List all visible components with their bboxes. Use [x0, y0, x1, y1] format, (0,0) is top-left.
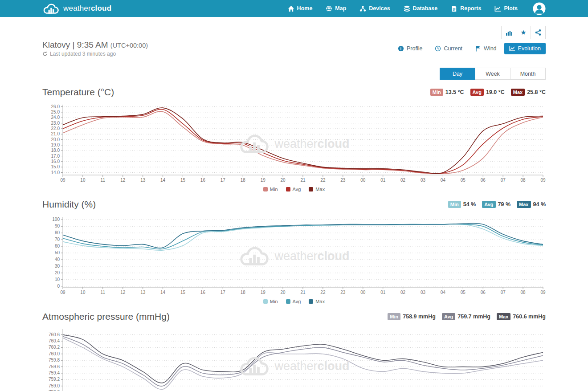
svg-text:02: 02: [400, 178, 406, 183]
svg-text:06: 06: [481, 290, 486, 295]
nav-item-devices[interactable]: Devices: [359, 5, 390, 12]
svg-text:25.0: 25.0: [51, 110, 60, 114]
svg-text:20: 20: [281, 290, 286, 295]
globe-icon: [326, 5, 332, 12]
share-button[interactable]: [531, 26, 546, 39]
avg-badge-label: Avg: [482, 201, 495, 208]
svg-text:760.0: 760.0: [49, 351, 60, 356]
svg-text:759.8: 759.8: [49, 358, 60, 362]
legend-swatch: [263, 299, 268, 304]
svg-text:60: 60: [55, 244, 60, 248]
legend-item-max[interactable]: Max: [309, 187, 325, 192]
avg-badge: Avg79 %: [482, 201, 510, 208]
svg-text:09: 09: [60, 178, 65, 183]
svg-text:07: 07: [501, 178, 506, 183]
nav-items: Home Map Devices Database Reports Plots: [288, 2, 546, 15]
view-current-button[interactable]: Current: [430, 43, 467, 54]
max-badge-label: Max: [517, 201, 531, 208]
nav-item-home[interactable]: Home: [288, 5, 313, 12]
svg-text:13: 13: [140, 178, 146, 183]
svg-text:760.6: 760.6: [49, 332, 60, 337]
svg-text:80: 80: [55, 230, 60, 235]
min-badge-value: 54 %: [463, 201, 476, 208]
temperature-summary-badges: Min13.5 °CAvg19.0 °CMax25.8 °C: [430, 89, 546, 96]
star-icon: ★: [520, 29, 526, 37]
min-badge-label: Min: [388, 313, 400, 320]
nav-item-reports[interactable]: Reports: [451, 5, 481, 12]
svg-text:760.4: 760.4: [49, 338, 60, 343]
svg-text:20.0: 20.0: [51, 137, 60, 142]
temperature-chart: 26.025.024.023.022.021.020.019.018.017.0…: [42, 104, 546, 186]
svg-text:90: 90: [55, 224, 60, 228]
navbar: weathercloud Home Map Devices Database R…: [0, 0, 588, 17]
svg-text:17.0: 17.0: [51, 154, 60, 159]
legend-item-avg[interactable]: Avg: [286, 187, 301, 192]
statistics-button[interactable]: [501, 26, 516, 39]
svg-text:21.0: 21.0: [51, 131, 60, 136]
plots-icon: [494, 5, 501, 12]
user-avatar[interactable]: [533, 2, 546, 15]
view-wind-button[interactable]: Wind: [470, 43, 501, 54]
temperature-legend: MinAvgMax: [42, 187, 546, 192]
svg-text:12: 12: [120, 178, 126, 183]
svg-text:70: 70: [55, 237, 60, 242]
legend-item-max[interactable]: Max: [309, 299, 325, 304]
avg-badge-value: 79 %: [498, 201, 511, 208]
avg-badge-value: 759.7 mmHg: [457, 314, 490, 320]
svg-text:14: 14: [160, 178, 166, 183]
svg-text:759.6: 759.6: [49, 364, 60, 369]
max-badge: Max25.8 °C: [511, 89, 546, 96]
svg-text:21: 21: [300, 178, 306, 183]
svg-text:23.0: 23.0: [51, 121, 60, 126]
pressure-chart: 760.6760.4760.2760.0759.8759.6759.4759.2…: [42, 328, 546, 391]
nav-item-database[interactable]: Database: [404, 5, 438, 12]
nav-item-plots[interactable]: Plots: [494, 5, 518, 12]
svg-text:15.0: 15.0: [51, 164, 60, 169]
view-profile-button[interactable]: Profile: [393, 43, 427, 54]
humidity-legend: MinAvgMax: [42, 299, 546, 304]
legend-item-min[interactable]: Min: [263, 299, 278, 304]
info-icon: [398, 45, 404, 52]
svg-text:23: 23: [340, 290, 346, 295]
svg-text:759.2: 759.2: [49, 377, 60, 382]
svg-text:24.0: 24.0: [51, 115, 60, 120]
svg-text:01: 01: [380, 290, 386, 295]
refresh-icon[interactable]: [42, 51, 48, 57]
humidity-title: Humidity (%): [42, 199, 96, 210]
max-badge: Max94 %: [517, 201, 546, 208]
svg-text:09: 09: [540, 290, 546, 295]
legend-item-avg[interactable]: Avg: [286, 299, 301, 304]
legend-swatch: [309, 299, 313, 304]
min-badge: Min758.9 mmHg: [388, 313, 436, 320]
svg-text:03: 03: [421, 178, 426, 183]
nav-item-map[interactable]: Map: [326, 5, 346, 12]
weathercloud-logo[interactable]: weathercloud: [42, 3, 111, 15]
avg-badge-label: Avg: [470, 89, 484, 96]
favorite-button[interactable]: ★: [516, 26, 531, 39]
svg-text:05: 05: [461, 290, 466, 295]
svg-text:19.0: 19.0: [51, 143, 60, 147]
period-tabs: Day Week Month: [42, 68, 546, 80]
tab-week[interactable]: Week: [475, 68, 510, 80]
max-badge-value: 94 %: [533, 201, 546, 208]
svg-text:14: 14: [160, 290, 166, 295]
avg-badge: Avg759.7 mmHg: [442, 313, 490, 320]
min-badge-value: 758.9 mmHg: [403, 314, 436, 320]
last-updated: Last updated 3 minutes ago: [42, 51, 148, 57]
legend-item-min[interactable]: Min: [263, 187, 278, 192]
tab-day[interactable]: Day: [440, 68, 475, 80]
svg-text:19: 19: [261, 290, 266, 295]
svg-text:22: 22: [320, 178, 326, 183]
min-badge: Min13.5 °C: [430, 89, 464, 96]
max-badge-label: Max: [497, 313, 510, 320]
devices-icon: [359, 5, 366, 12]
svg-text:26.0: 26.0: [51, 104, 60, 109]
weathercloud-logo-icon: [42, 3, 60, 15]
view-evolution-button[interactable]: Evolution: [504, 43, 546, 54]
brand-name: weathercloud: [63, 4, 111, 13]
svg-text:08: 08: [521, 290, 526, 295]
tab-month[interactable]: Month: [510, 68, 546, 80]
avg-badge-label: Avg: [442, 313, 455, 320]
svg-text:04: 04: [441, 290, 446, 295]
station-toolbar: ★: [42, 26, 546, 39]
